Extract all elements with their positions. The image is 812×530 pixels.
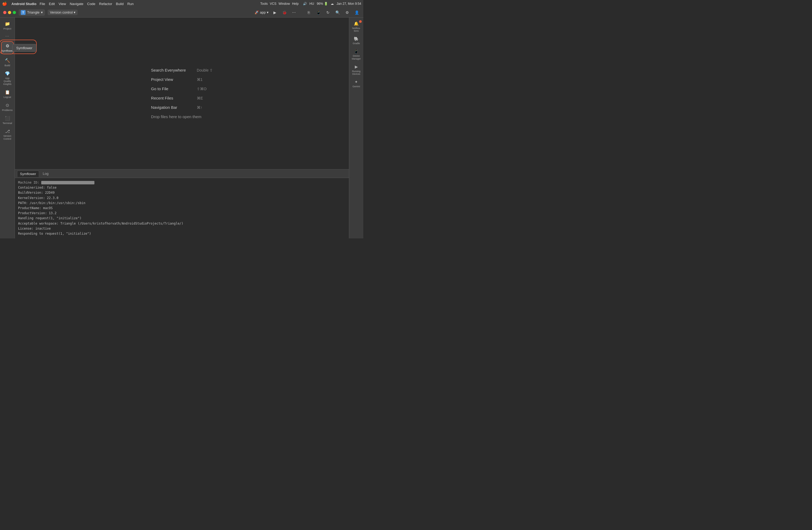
app-name: Android Studio <box>12 2 37 6</box>
menu-bar: 🍎 Android Studio File Edit View Navigate… <box>0 0 363 8</box>
sidebar-label-terminal: Terminal <box>3 121 12 125</box>
log-machine-id: Machine ID: <box>18 180 346 185</box>
system-icons: 🔊 HU 96% 🔋 ☁ Jan 27, Mon 9:54 <box>303 2 361 5</box>
go-to-file-key: ⇧⌘O <box>197 87 207 91</box>
log-buildversion: BuildVersion: 22D49 <box>18 190 346 195</box>
logcat-icon: 📋 <box>5 90 10 95</box>
notifications-label: Notifica-tions <box>352 27 360 32</box>
shortcut-go-to-file: Go to File ⇧⌘O <box>151 86 207 91</box>
menu-edit[interactable]: Edit <box>49 2 55 6</box>
menu-navigate[interactable]: Navigate <box>70 2 83 6</box>
run-button[interactable]: ▶ <box>271 9 278 16</box>
log-license: License: inactive <box>18 226 346 231</box>
search-everywhere-button[interactable]: 🔍 <box>334 9 341 16</box>
sidebar-item-logcat[interactable]: 📋 Logcat <box>1 88 14 100</box>
gemini-icon: ✦ <box>354 80 358 84</box>
sidebar-item-terminal[interactable]: ⬛ Terminal <box>1 114 14 126</box>
empty-editor-hints: Search Everywhere Double ⇧ Project View … <box>146 62 218 124</box>
maximize-button[interactable] <box>13 11 16 14</box>
tab-log[interactable]: Log <box>40 171 51 177</box>
sync-button[interactable]: ↻ <box>324 9 331 16</box>
app-quality-icon: 💎 <box>5 71 10 76</box>
version-control-label: Version control <box>50 10 73 14</box>
project-badge: T <box>21 10 26 15</box>
symflower-icon: ⚙ <box>5 43 9 48</box>
sidebar-label-app-quality: AppQuality Insights <box>2 77 13 85</box>
run-config[interactable]: 🚀 app ▾ <box>255 10 269 14</box>
version-control-dropdown-icon: ▾ <box>74 10 75 14</box>
right-sidebar-notifications[interactable]: 🔔 Notifica-tions <box>350 20 363 34</box>
menu-refactor[interactable]: Refactor <box>99 2 112 6</box>
more-actions-button[interactable]: ⋯ <box>290 9 298 16</box>
sidebar-item-build[interactable]: 🔨 Build <box>1 56 14 68</box>
shortcut-navigation-bar: Navigation Bar ⌘↑ <box>151 105 202 110</box>
left-sidebar: 📁 Project ··· ⚙ Symflower Symflower 🔨 Bu… <box>0 17 15 239</box>
menu-build[interactable]: Build <box>116 2 124 6</box>
profile-button[interactable]: 👤 <box>353 9 360 16</box>
device-mirror-button[interactable]: 📱 <box>315 9 322 16</box>
bottom-content: Machine ID: Containerized: false BuildVe… <box>15 178 349 239</box>
apple-logo-icon[interactable]: 🍎 <box>2 1 7 6</box>
right-sidebar: 🔔 Notifica-tions 🐘 Gradle 📱 DeviceManage… <box>349 17 363 239</box>
sidebar-item-app-quality[interactable]: 💎 AppQuality Insights <box>1 69 14 87</box>
gradle-label: Gradle <box>353 42 360 45</box>
title-bar-actions: 🚀 app ▾ ▶ 🐞 ⋯ ⎘ 📱 ↻ 🔍 ⚙ 👤 <box>255 9 360 16</box>
right-sidebar-device-manager[interactable]: 📱 DeviceManager <box>350 47 363 61</box>
minimize-button[interactable] <box>8 11 11 14</box>
log-kernelversion: KernelVersion: 22.3.0 <box>18 196 346 201</box>
log-acceptable-workspace: Acceptable workspace: Triangle (/Users/k… <box>18 221 346 226</box>
right-sidebar-running-devices[interactable]: ▶ RunningDevices <box>350 63 363 77</box>
project-view-key: ⌘1 <box>197 77 203 82</box>
menu-right: Tools VCS Window Help 🔊 HU 96% 🔋 ☁ Jan 2… <box>260 2 361 5</box>
device-manager-icon: 📱 <box>354 49 359 54</box>
problems-icon: ⊙ <box>5 103 9 108</box>
project-icon: 📁 <box>5 21 10 26</box>
sidebar-more-button[interactable]: ··· <box>4 33 10 39</box>
sidebar-item-project[interactable]: 📁 Project <box>1 20 14 32</box>
tab-symflower[interactable]: Symflower <box>17 171 39 177</box>
menu-window[interactable]: Window <box>278 2 290 5</box>
bottom-panel: Symflower Log Machine ID: Containerized:… <box>15 169 349 239</box>
log-productversion: ProductVersion: 13.2 <box>18 211 346 216</box>
sidebar-item-version-control[interactable]: ⎇ VersionControl <box>1 127 14 142</box>
project-name: Triangle <box>27 10 39 14</box>
log-handling-request: Handling request(1, "initialize") <box>18 216 346 221</box>
version-control-selector[interactable]: Version control ▾ <box>48 10 78 15</box>
menu-view[interactable]: View <box>59 2 66 6</box>
bottom-tabs: Symflower Log <box>15 170 349 178</box>
right-sidebar-gradle[interactable]: 🐘 Gradle <box>350 35 363 46</box>
menu-code[interactable]: Code <box>87 2 96 6</box>
search-everywhere-label: Search Everywhere <box>151 68 194 72</box>
gradle-icon: 🐘 <box>354 37 359 41</box>
recent-files-key: ⌘E <box>197 96 203 100</box>
notifications-icon: 🔔 <box>354 21 359 26</box>
menu-file[interactable]: File <box>40 2 45 6</box>
copy-path-button[interactable]: ⎘ <box>305 9 312 16</box>
log-path: PATH: /usr/bin:/bin:/usr/sbin:/sbin <box>18 201 346 206</box>
terminal-icon: ⬛ <box>5 116 10 121</box>
shortcut-recent-files: Recent Files ⌘E <box>151 96 203 100</box>
sidebar-label-problems: Problems <box>2 109 13 112</box>
settings-button[interactable]: ⚙ <box>344 9 350 16</box>
sidebar-item-problems[interactable]: ⊙ Problems <box>1 101 14 113</box>
drop-files-hint: Drop files here to open them <box>151 114 201 119</box>
sidebar-item-symflower[interactable]: ⚙ Symflower <box>1 41 14 54</box>
device-manager-label: DeviceManager <box>352 55 361 60</box>
project-dropdown-icon: ▾ <box>41 10 43 14</box>
menu-items: File Edit View Navigate Code Refactor Bu… <box>40 2 257 6</box>
menu-run[interactable]: Run <box>127 2 134 6</box>
log-responding: Responding to request(1, "initialize") <box>18 231 346 236</box>
build-icon: 🔨 <box>5 58 10 63</box>
debug-button[interactable]: 🐞 <box>281 9 288 16</box>
content-area: Search Everywhere Double ⇧ Project View … <box>15 17 349 239</box>
search-everywhere-key: Double ⇧ <box>197 68 213 72</box>
run-config-dropdown-icon: ▾ <box>267 10 269 14</box>
menu-tools[interactable]: Tools <box>260 2 268 5</box>
right-sidebar-gemini[interactable]: ✦ Gemini <box>350 78 363 89</box>
run-config-label: app <box>260 10 266 14</box>
menu-help[interactable]: Help <box>292 2 299 5</box>
project-selector[interactable]: T Triangle ▾ <box>19 9 45 16</box>
main-layout: 📁 Project ··· ⚙ Symflower Symflower 🔨 Bu… <box>0 17 363 239</box>
close-button[interactable] <box>3 11 6 14</box>
menu-vcs[interactable]: VCS <box>270 2 277 5</box>
